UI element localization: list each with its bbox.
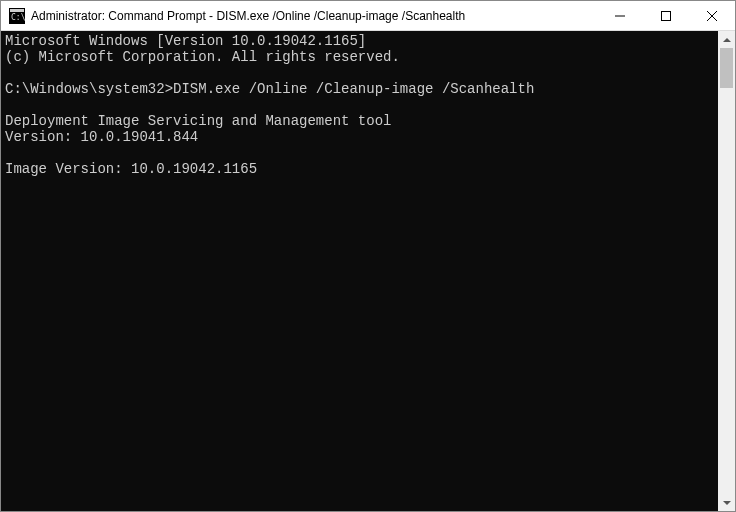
vertical-scrollbar[interactable] [718,31,735,511]
window-title: Administrator: Command Prompt - DISM.exe… [31,9,597,23]
svg-marker-7 [723,38,731,42]
console-output[interactable]: Microsoft Windows [Version 10.0.19042.11… [1,31,718,511]
svg-rect-4 [662,11,671,20]
cmd-icon: C:\ [9,8,25,24]
copyright-line: (c) Microsoft Corporation. All rights re… [5,49,400,65]
close-button[interactable] [689,1,735,30]
os-version-line: Microsoft Windows [Version 10.0.19042.11… [5,33,366,49]
prompt-path: C:\Windows\system32> [5,81,173,97]
svg-rect-1 [10,9,24,12]
window-controls [597,1,735,30]
image-version-line: Image Version: 10.0.19042.1165 [5,161,257,177]
scroll-track[interactable] [718,48,735,494]
dism-tool-line: Deployment Image Servicing and Managemen… [5,113,391,129]
window-titlebar: C:\ Administrator: Command Prompt - DISM… [1,1,735,31]
dism-version-line: Version: 10.0.19041.844 [5,129,198,145]
minimize-button[interactable] [597,1,643,30]
maximize-button[interactable] [643,1,689,30]
console-area: Microsoft Windows [Version 10.0.19042.11… [1,31,735,511]
scroll-thumb[interactable] [720,48,733,88]
svg-text:C:\: C:\ [11,13,25,22]
scroll-down-arrow-icon[interactable] [718,494,735,511]
svg-marker-8 [723,501,731,505]
command-text: DISM.exe /Online /Cleanup-image /Scanhea… [173,81,534,97]
scroll-up-arrow-icon[interactable] [718,31,735,48]
